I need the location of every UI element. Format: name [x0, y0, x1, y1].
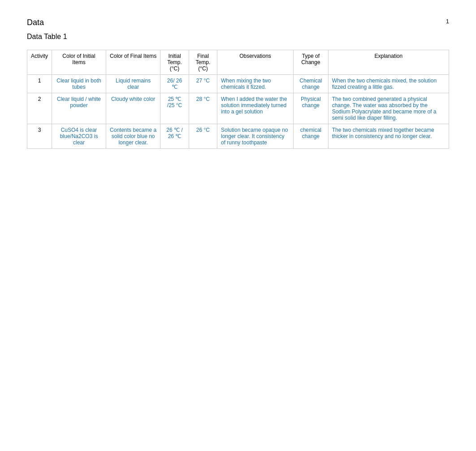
table-row: 1Clear liquid in both tubesLiquid remain…: [27, 75, 449, 93]
cell-color-final: Cloudy white color: [106, 93, 160, 124]
section-title: Data: [27, 18, 449, 27]
cell-initial-temp: 26 ℃ / 26 ℃: [160, 124, 189, 149]
cell-final-temp: 28 °C: [189, 93, 217, 124]
cell-type-of-change: chemical change: [294, 124, 329, 149]
cell-final-temp: 26 °C: [189, 124, 217, 149]
header-color-initial: Color of Initial Items: [52, 50, 106, 75]
table-title: Data Table 1: [27, 33, 449, 41]
header-explanation: Explanation: [328, 50, 449, 75]
header-color-final: Color of Final Items: [106, 50, 160, 75]
header-initial-temp: Initial Temp. (°C): [160, 50, 189, 75]
cell-color-final: Contents became a solid color blue no lo…: [106, 124, 160, 149]
cell-explanation: The two combined generated a physical ch…: [328, 93, 449, 124]
header-activity: Activity: [27, 50, 52, 75]
cell-type-of-change: Chemical change: [294, 75, 329, 93]
page-number: 1: [446, 18, 449, 25]
cell-observations: Solution became opaque no longer clear. …: [217, 124, 294, 149]
cell-activity: 3: [27, 124, 52, 149]
cell-color-initial: Clear liquid in both tubes: [52, 75, 106, 93]
data-table: Activity Color of Initial Items Color of…: [27, 50, 449, 149]
header-type-of-change: Type of Change: [294, 50, 329, 75]
cell-observations: When mixing the two chemicals it fizzed.: [217, 75, 294, 93]
table-row: 3CuSO4 is clear blue/Na2CO3 is clearCont…: [27, 124, 449, 149]
cell-activity: 2: [27, 93, 52, 124]
cell-color-initial: CuSO4 is clear blue/Na2CO3 is clear: [52, 124, 106, 149]
cell-activity: 1: [27, 75, 52, 93]
cell-initial-temp: 25 ℃ /25 °C: [160, 93, 189, 124]
cell-observations: When I added the water the solution imme…: [217, 93, 294, 124]
cell-type-of-change: Physical change: [294, 93, 329, 124]
cell-initial-temp: 26/ 26 ℃: [160, 75, 189, 93]
cell-final-temp: 27 °C: [189, 75, 217, 93]
header-observations: Observations: [217, 50, 294, 75]
cell-explanation: The two chemicals mixed together became …: [328, 124, 449, 149]
cell-color-final: Liquid remains clear: [106, 75, 160, 93]
table-row: 2Clear liquid / white powderCloudy white…: [27, 93, 449, 124]
header-final-temp: Final Temp. (°C): [189, 50, 217, 75]
cell-explanation: When the two chemicals mixed, the soluti…: [328, 75, 449, 93]
cell-color-initial: Clear liquid / white powder: [52, 93, 106, 124]
